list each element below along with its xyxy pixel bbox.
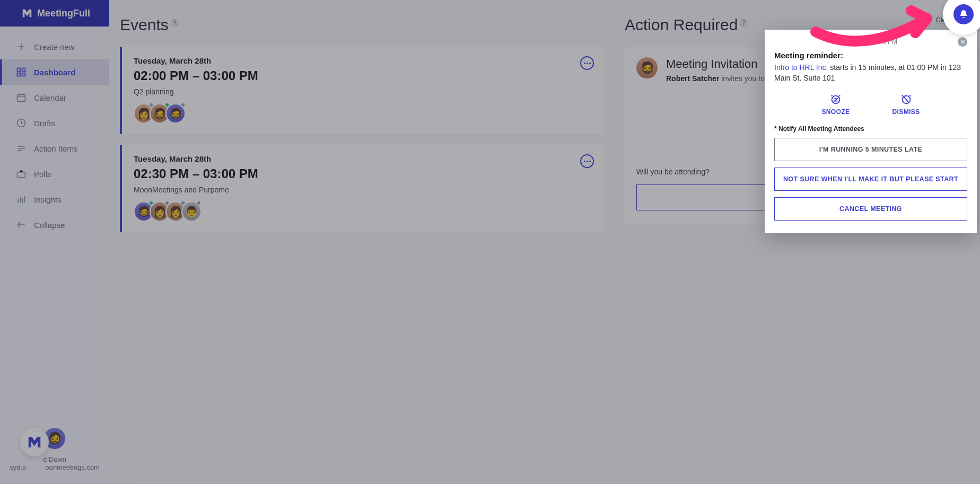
event-date: Tuesday, March 28th	[134, 154, 592, 163]
event-title: Q2 planning	[134, 87, 592, 96]
svg-rect-3	[22, 73, 25, 76]
event-more-button[interactable]	[580, 154, 594, 168]
sidebar-item-drafts[interactable]: Drafts	[0, 110, 109, 136]
arrow-left-icon	[16, 219, 27, 230]
sidebar-item-polls[interactable]: Polls	[0, 161, 109, 187]
sidebar-item-dashboard[interactable]: Dashboard	[0, 59, 109, 85]
event-more-button[interactable]	[580, 56, 594, 70]
svg-rect-2	[18, 73, 21, 76]
event-date: Tuesday, March 28th	[134, 56, 592, 65]
nav-label: Drafts	[34, 119, 55, 128]
list-icon	[16, 143, 27, 154]
attendee-avatars: 🧔 👩 👩 👨	[134, 201, 592, 222]
svg-rect-4	[18, 94, 25, 101]
floating-logo-badge[interactable]	[20, 428, 49, 456]
please-start-button[interactable]: NOT SURE WHEN I'LL MAKE IT BUT PLEASE ST…	[774, 168, 967, 191]
nav-label: Polls	[34, 170, 51, 179]
svg-rect-1	[22, 68, 25, 72]
briefcase-icon	[16, 169, 27, 179]
action-title: Meeting Invitation	[666, 57, 777, 71]
nav-label: Action Items	[34, 144, 78, 153]
alarm-off-icon	[900, 93, 912, 105]
sidebar: MeetingFull Create new Dashboard Calenda…	[0, 0, 109, 484]
event-title: MoonMeetings and Purpome	[134, 186, 592, 194]
action-subtitle: Robert Satcher invites you to Q2	[666, 74, 777, 83]
snooze-button[interactable]: SNOOZE	[821, 93, 850, 116]
user-name: d Down	[10, 455, 100, 463]
brand-icon	[21, 7, 33, 19]
sidebar-item-insights[interactable]: Insights	[0, 187, 109, 212]
brand-logo[interactable]: MeetingFull	[0, 0, 109, 27]
nav-label: Create new	[34, 42, 75, 51]
event-time: 02:00 PM – 03:00 PM	[134, 68, 592, 83]
cancel-meeting-button[interactable]: CANCEL MEETING	[774, 197, 967, 221]
brand-icon	[27, 434, 42, 450]
brand-text: MeetingFull	[37, 8, 90, 19]
reminder-body: Intro to HRL Inc. starts in 15 minutes, …	[774, 62, 967, 84]
bars-icon	[16, 194, 27, 205]
reminder-title: Meeting reminder:	[774, 51, 967, 60]
grid-icon	[16, 67, 27, 77]
info-icon[interactable]: ?	[740, 19, 747, 27]
sidebar-footer: 🧔 d Down syd.o oonmeetings.com	[0, 421, 109, 484]
svg-rect-0	[18, 68, 21, 72]
inviter-avatar[interactable]: 🧔	[636, 57, 658, 78]
event-time: 02:30 PM – 03:00 PM	[134, 166, 592, 181]
calendar-icon	[16, 92, 27, 103]
notify-attendees-label: * Notify All Meeting Attendees	[774, 125, 967, 133]
events-column: Events? Tuesday, March 28th 02:00 PM – 0…	[120, 16, 603, 468]
snooze-icon	[830, 93, 842, 105]
avatar[interactable]: 👨	[181, 201, 202, 222]
sidebar-item-calendar[interactable]: Calendar	[0, 85, 109, 110]
events-heading: Events?	[120, 16, 603, 34]
info-icon[interactable]: ?	[171, 19, 178, 27]
event-card[interactable]: Tuesday, March 28th 02:30 PM – 03:00 PM …	[120, 145, 603, 232]
clock-icon	[16, 118, 27, 128]
sidebar-item-actionitems[interactable]: Action Items	[0, 136, 109, 161]
plus-icon	[16, 41, 27, 52]
avatar[interactable]: 🧔	[165, 103, 186, 124]
event-card[interactable]: Tuesday, March 28th 02:00 PM – 03:00 PM …	[120, 47, 603, 134]
panel-timestamp: Today at 12:45 PM ✕	[774, 38, 967, 46]
reminder-meeting-link[interactable]: Intro to HRL Inc.	[774, 63, 828, 72]
attendee-avatars: 👩 🧔 🧔	[134, 103, 592, 124]
nav-label: Collapse	[34, 221, 65, 230]
bell-icon	[958, 9, 969, 20]
notification-panel: Today at 12:45 PM ✕ Meeting reminder: In…	[765, 30, 977, 233]
svg-rect-6	[18, 172, 25, 178]
dismiss-button[interactable]: DISMISS	[892, 93, 920, 116]
sidebar-item-collapse[interactable]: Collapse	[0, 212, 109, 237]
nav-label: Calendar	[34, 93, 66, 102]
running-late-button[interactable]: I'M RUNNING 5 MINUTES LATE	[774, 138, 967, 161]
nav: Create new Dashboard Calendar Drafts Act…	[0, 27, 109, 237]
nav-label: Dashboard	[34, 68, 75, 77]
user-email: syd.o oonmeetings.com	[10, 463, 100, 471]
nav-label: Insights	[34, 195, 62, 204]
sidebar-item-create[interactable]: Create new	[0, 34, 109, 59]
close-icon[interactable]: ✕	[958, 37, 967, 47]
